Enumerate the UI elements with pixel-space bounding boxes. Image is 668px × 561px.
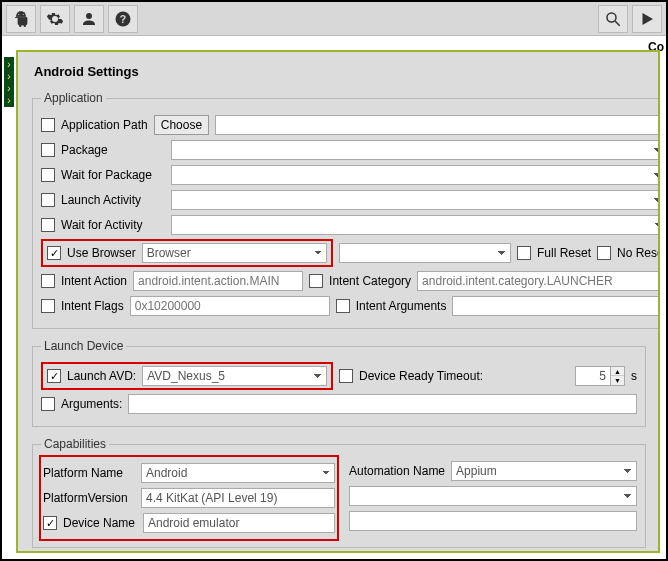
android-icon-button[interactable] (6, 5, 36, 33)
android-icon (12, 10, 30, 28)
svg-point-4 (607, 13, 616, 22)
automation-name-select[interactable] (451, 461, 637, 481)
full-reset-checkbox[interactable] (517, 246, 531, 260)
device-ready-unit: s (631, 369, 637, 383)
device-name-label: Device Name (63, 516, 137, 530)
app-path-input[interactable] (215, 115, 660, 135)
full-reset-label: Full Reset (537, 246, 591, 260)
device-name-input[interactable] (143, 513, 335, 533)
no-reset-checkbox[interactable] (597, 246, 611, 260)
intent-args-checkbox[interactable] (336, 299, 350, 313)
platform-version-input[interactable] (141, 488, 335, 508)
svg-point-1 (23, 13, 24, 14)
intent-category-label: Intent Category (329, 274, 411, 288)
intent-action-label: Intent Action (61, 274, 127, 288)
wait-package-select[interactable] (171, 165, 660, 185)
intent-action-checkbox[interactable] (41, 274, 55, 288)
launch-device-legend: Launch Device (41, 339, 126, 353)
launch-avd-highlight: Launch AVD: (41, 362, 333, 390)
platform-name-label: Platform Name (43, 466, 135, 480)
search-icon (604, 10, 622, 28)
toolbar: ? (2, 2, 666, 36)
play-button[interactable] (632, 5, 662, 33)
intent-category-checkbox[interactable] (309, 274, 323, 288)
launch-activity-label: Launch Activity (61, 193, 165, 207)
package-checkbox[interactable] (41, 143, 55, 157)
launch-activity-checkbox[interactable] (41, 193, 55, 207)
platform-version-label: PlatformVersion (43, 491, 135, 505)
gear-icon (46, 10, 64, 28)
side-strip: ›››› (4, 57, 14, 107)
device-name-checkbox[interactable] (43, 516, 57, 530)
svg-line-5 (615, 21, 620, 26)
search-button[interactable] (598, 5, 628, 33)
launch-device-group: Launch Device Launch AVD: Device Ready T… (32, 339, 646, 427)
help-button[interactable]: ? (108, 5, 138, 33)
arguments-label: Arguments: (61, 397, 122, 411)
application-legend: Application (41, 91, 106, 105)
spinner-up[interactable]: ▲ (611, 367, 624, 376)
capabilities-legend: Capabilities (41, 437, 109, 451)
use-browser-checkbox[interactable] (47, 246, 61, 260)
launch-avd-select[interactable] (142, 366, 327, 386)
wait-package-label: Wait for Package (61, 168, 165, 182)
no-reset-label: No Reset (617, 246, 660, 260)
choose-button[interactable]: Choose (154, 115, 209, 135)
device-ready-checkbox[interactable] (339, 369, 353, 383)
intent-category-input[interactable] (417, 271, 660, 291)
play-icon (638, 10, 656, 28)
page-title: Android Settings (34, 64, 646, 79)
help-icon: ? (114, 10, 132, 28)
svg-marker-6 (643, 13, 654, 25)
package-select[interactable] (171, 140, 660, 160)
use-browser-label: Use Browser (67, 246, 136, 260)
capabilities-group: Capabilities Platform Name PlatformVersi… (32, 437, 646, 548)
app-path-checkbox[interactable] (41, 118, 55, 132)
svg-text:?: ? (120, 12, 126, 24)
browser-select[interactable] (142, 243, 327, 263)
app-path-label: Application Path (61, 118, 148, 132)
wait-activity-select[interactable] (171, 215, 660, 235)
device-ready-spinner[interactable]: ▲▼ (575, 366, 625, 386)
intent-action-input[interactable] (133, 271, 303, 291)
device-ready-label: Device Ready Timeout: (359, 369, 483, 383)
package-label: Package (61, 143, 165, 157)
user-button[interactable] (74, 5, 104, 33)
wait-activity-label: Wait for Activity (61, 218, 165, 232)
intent-args-label: Intent Arguments (356, 299, 447, 313)
launch-avd-checkbox[interactable] (47, 369, 61, 383)
device-name-extra-input[interactable] (349, 511, 637, 531)
use-browser-highlight: Use Browser (41, 239, 333, 267)
settings-button[interactable] (40, 5, 70, 33)
intent-flags-checkbox[interactable] (41, 299, 55, 313)
intent-flags-label: Intent Flags (61, 299, 124, 313)
intent-args-input[interactable] (452, 296, 660, 316)
device-ready-input[interactable] (575, 366, 611, 386)
launch-activity-select[interactable] (171, 190, 660, 210)
svg-point-0 (18, 13, 19, 14)
application-group: Application Application Path Choose Pack… (32, 91, 660, 329)
browser-extra-select[interactable] (339, 243, 511, 263)
wait-package-checkbox[interactable] (41, 168, 55, 182)
automation-name-label: Automation Name (349, 464, 445, 478)
user-icon (80, 10, 98, 28)
spinner-down[interactable]: ▼ (611, 376, 624, 385)
platform-name-select[interactable] (141, 463, 335, 483)
intent-flags-input[interactable] (130, 296, 330, 316)
platform-version-extra-select[interactable] (349, 486, 637, 506)
arguments-checkbox[interactable] (41, 397, 55, 411)
capabilities-highlight: Platform Name PlatformVersion Device Nam… (39, 455, 339, 541)
settings-panel: Android Settings Application Application… (16, 50, 660, 553)
arguments-input[interactable] (128, 394, 637, 414)
launch-avd-label: Launch AVD: (67, 369, 136, 383)
wait-activity-checkbox[interactable] (41, 218, 55, 232)
